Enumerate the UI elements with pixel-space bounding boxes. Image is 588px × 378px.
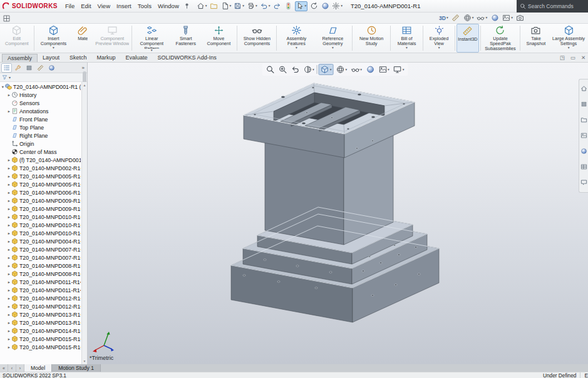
undo-icon[interactable]: ▾ — [259, 1, 271, 11]
forum-icon[interactable] — [580, 177, 587, 188]
menu-edit[interactable]: Edit — [78, 1, 94, 11]
tree-item[interactable]: Right Plane — [1, 131, 81, 140]
displaymanager-tab[interactable] — [46, 63, 57, 73]
tree-item[interactable]: ▸T20_0140-MNPD009-R1<4> (D — [1, 197, 81, 205]
tree-item[interactable]: ▸T20_0140-MNPD010-R1<4> (D — [1, 221, 81, 229]
appearance-quick-icon[interactable] — [490, 13, 500, 23]
tree-item[interactable]: ▸T20_0140-MNPD010-R1<5> (D — [1, 229, 81, 237]
tree-item[interactable]: ▸(f) T20_0140-AMNPD001-R1<2> — [1, 156, 81, 164]
large-assembly-settings-button[interactable]: Large Assembly Settings▾ — [550, 24, 587, 53]
design-library-icon[interactable] — [580, 99, 587, 110]
tree-item[interactable]: ▸T20_0140-MNPD014-R1<1> (D — [1, 327, 81, 335]
doc-tab-scroll-2[interactable]: › — [16, 364, 24, 372]
expand-arrow-icon[interactable]: ▸ — [7, 223, 11, 228]
open-icon[interactable] — [209, 1, 219, 11]
tree-item[interactable]: ▸T20_0140-MNPD011-R1<4> (D — [1, 278, 81, 286]
rebuild-icon[interactable] — [284, 1, 294, 11]
display-style-icon[interactable]: ▾ — [335, 64, 349, 74]
tree-item[interactable]: ▸T20_0140-MNPD012-R1<1> (D — [1, 294, 81, 302]
search-input[interactable] — [528, 3, 584, 9]
collapse-pane-icon[interactable]: ▭ — [570, 54, 575, 61]
tree-scrollbar[interactable]: ▲ ▼ — [81, 82, 87, 364]
new-document-icon[interactable]: ▾ — [220, 1, 232, 11]
update-speedpak-subassemblies-button[interactable]: Update SpeedPak Subassemblies — [482, 24, 518, 53]
menu-view[interactable]: View — [95, 1, 113, 11]
save-icon[interactable]: ▾ — [233, 1, 245, 11]
view-settings-icon[interactable]: ▾ — [392, 64, 406, 74]
close-pane-icon[interactable]: ✕ — [581, 54, 585, 61]
expand-arrow-icon[interactable]: ▸ — [7, 263, 11, 268]
insert-components-button[interactable]: Insert Components▾ — [36, 24, 72, 53]
tab-sketch[interactable]: Sketch — [64, 54, 92, 62]
camera-quick-icon[interactable] — [515, 13, 525, 23]
expand-arrow-icon[interactable]: ▸ — [7, 280, 11, 285]
view-palette-icon[interactable] — [580, 130, 587, 141]
dimxpertmanager-tab[interactable] — [35, 63, 46, 73]
tree-item[interactable]: ▸T20_0140-MNPD013-R1<2> (D — [1, 319, 81, 327]
expand-arrow-icon[interactable]: ▸ — [7, 231, 11, 236]
bill-of-materials-button[interactable]: Bill of Materials▾ — [392, 24, 421, 53]
section-view-icon[interactable]: ▾ — [302, 64, 316, 74]
expand-arrow-icon[interactable]: ▸ — [7, 296, 11, 301]
tree-item[interactable]: ▸T20_0140-MNPD015-R1<2> (D — [1, 343, 81, 351]
file-explorer-icon[interactable] — [580, 115, 587, 126]
doc-tab-scroll-0[interactable]: « — [0, 364, 8, 372]
tree-item[interactable]: ▸Annotations — [1, 107, 81, 115]
smart-fasteners-button[interactable]: Smart Fasteners — [170, 24, 202, 53]
expand-arrow-icon[interactable]: ▸ — [7, 239, 11, 244]
propertymanager-tab[interactable] — [13, 63, 23, 73]
tree-item[interactable]: Top Plane — [1, 123, 81, 131]
home-icon[interactable]: ▾ — [196, 1, 208, 11]
expand-arrow-icon[interactable]: ▸ — [7, 207, 11, 212]
expand-arrow-icon[interactable]: ▸ — [7, 288, 11, 293]
filter-caret-icon[interactable]: ▾ — [9, 75, 11, 79]
tree-item[interactable]: ▸T20_0140-MNPD015-R1<1> (D — [1, 335, 81, 343]
expand-arrow-icon[interactable]: ▸ — [7, 190, 11, 195]
tree-item[interactable]: Front Plane — [1, 115, 81, 123]
apply-scene-icon[interactable]: ▾ — [377, 64, 391, 74]
tree-item[interactable]: ▸T20_0140-MNPD009-R1<5> (D — [1, 205, 81, 213]
doc-tab-motion-study-1[interactable]: Motion Study 1 — [52, 364, 101, 372]
mate-button[interactable]: Mate — [71, 24, 94, 53]
appearances-scenes-icon[interactable] — [580, 146, 587, 157]
tab-assembly[interactable]: Assembly — [2, 54, 38, 62]
hide-show-items-icon[interactable]: ▾ — [349, 64, 363, 74]
tree-item[interactable]: ▸T20_0140-MNPD008-R1<7> (D — [1, 270, 81, 278]
graphics-area[interactable]: ▾▾▾▾▾▾ *Trimetric — [88, 63, 588, 364]
tree-item[interactable]: Center of Mass — [1, 148, 81, 156]
view-orientation-icon[interactable]: ▾ — [319, 64, 334, 75]
menu-tools[interactable]: Tools — [135, 1, 155, 11]
tree-item[interactable]: ▸T20_0140-MNPD006-R1<6> (D — [1, 188, 81, 197]
previous-view-icon[interactable] — [289, 64, 301, 74]
pin-menu-icon[interactable] — [183, 2, 192, 10]
tree-item[interactable]: ▸T20_0140-MNPD007-R1<6> (D — [1, 245, 81, 253]
solidworks-resources-icon[interactable] — [580, 83, 587, 94]
menu-insert[interactable]: Insert — [113, 1, 135, 11]
expand-arrow-icon[interactable]: ▸ — [7, 166, 11, 171]
doc-tab-model[interactable]: Model — [24, 364, 52, 372]
expand-arrow-icon[interactable]: ▸ — [7, 182, 11, 187]
appearance-sphere-icon[interactable] — [320, 1, 330, 11]
scroll-down-icon[interactable]: ▼ — [83, 359, 86, 363]
assembly-features-button[interactable]: Assembly Features▾ — [278, 24, 314, 53]
tree-item[interactable]: ▸T20_0140-MNPD007-R1<7> (D — [1, 253, 81, 262]
edit-appearance-icon[interactable] — [364, 64, 376, 74]
expand-arrow-icon[interactable]: ▾ — [1, 84, 5, 89]
tree-filter-row[interactable]: ▾ — [0, 73, 87, 82]
expand-arrow-icon[interactable]: ▸ — [7, 198, 11, 203]
expand-arrow-icon[interactable]: ▸ — [7, 272, 11, 277]
expand-arrow-icon[interactable]: ▸ — [7, 109, 11, 114]
scene-quick-icon[interactable]: ▾ — [502, 13, 513, 23]
expand-arrow-icon[interactable]: ▸ — [7, 158, 11, 163]
display-style-quick-icon[interactable]: ▾ — [463, 13, 475, 23]
search-box[interactable] — [517, 0, 588, 13]
view-3d-icon[interactable]: 3D▾ — [438, 13, 449, 23]
expand-arrow-icon[interactable]: ▸ — [7, 174, 11, 179]
expand-arrow-icon[interactable]: ▸ — [7, 93, 11, 98]
take-snapshot-button[interactable]: Take Snapshot — [522, 24, 550, 53]
expand-arrow-icon[interactable]: ▸ — [7, 329, 11, 334]
scroll-up-icon[interactable]: ▲ — [83, 83, 86, 87]
tab-solidworks-add-ins[interactable]: SOLIDWORKS Add-Ins — [153, 54, 222, 62]
configurationmanager-tab[interactable] — [24, 63, 34, 73]
tree-item[interactable]: ▸T20_0140-MNPD004-R1<2> (D — [1, 237, 81, 245]
